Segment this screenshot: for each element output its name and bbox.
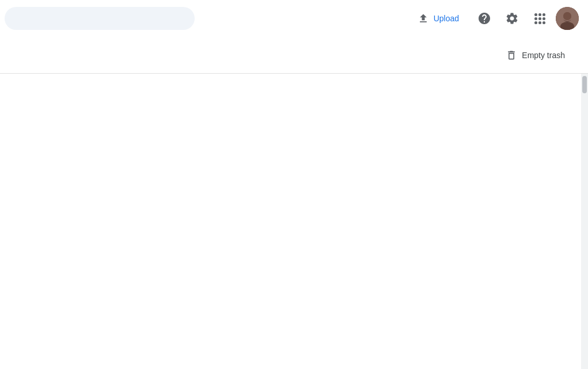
settings-icon (505, 12, 519, 25)
apps-icon (534, 13, 545, 24)
topbar-actions: Upload (408, 7, 579, 30)
avatar-image (556, 7, 579, 30)
upload-icon (418, 13, 429, 24)
topbar: Upload (0, 0, 588, 37)
scrollbar-thumb[interactable] (582, 76, 587, 93)
content-area (0, 74, 581, 369)
trash-icon (506, 50, 517, 61)
main-content (0, 74, 588, 369)
empty-trash-label: Empty trash (522, 51, 565, 60)
scrollbar-track[interactable] (581, 74, 588, 369)
user-avatar[interactable] (556, 7, 579, 30)
help-icon (477, 12, 491, 25)
settings-button[interactable] (500, 7, 523, 30)
empty-trash-button[interactable]: Empty trash (496, 45, 574, 66)
help-button[interactable] (473, 7, 496, 30)
toolbar: Empty trash (0, 37, 588, 74)
search-bar[interactable] (5, 7, 195, 30)
apps-button[interactable] (528, 7, 551, 30)
upload-button[interactable]: Upload (408, 8, 468, 29)
svg-point-3 (563, 12, 571, 20)
upload-label: Upload (434, 14, 459, 23)
